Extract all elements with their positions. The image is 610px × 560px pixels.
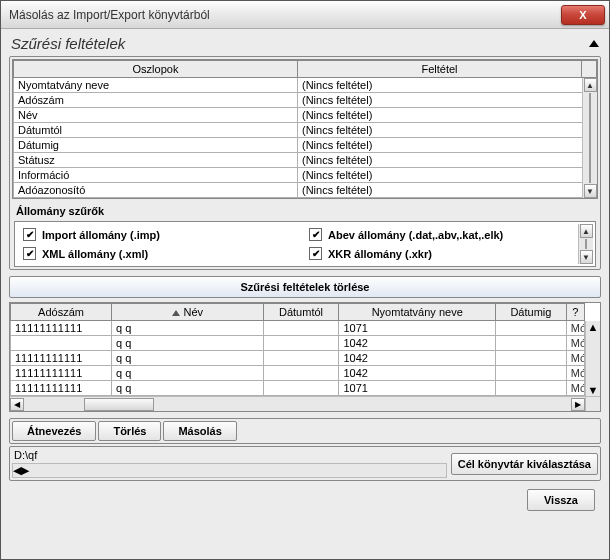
data-scrollbar-v[interactable]: ▲ ▼ [585, 321, 600, 396]
delete-button[interactable]: Törlés [98, 421, 161, 441]
filter-row[interactable]: Adóazonosító(Nincs feltétel) [14, 183, 597, 198]
scroll-left-icon[interactable]: ◀ [10, 398, 24, 411]
table-row[interactable]: 11111111111q q1071Mó [11, 381, 585, 396]
filter-col-cell[interactable]: Adóazonosító [14, 183, 298, 198]
cell-nev[interactable]: q q [112, 336, 264, 351]
filter-col-cell[interactable]: Név [14, 108, 298, 123]
cell-extra[interactable]: Mó [566, 366, 584, 381]
col-nev[interactable]: Név [112, 304, 264, 321]
scroll-down-icon[interactable]: ▼ [580, 250, 593, 264]
filter-cond-cell[interactable]: (Nincs feltétel) [298, 183, 597, 198]
choose-folder-button[interactable]: Cél könyvtár kiválasztása [451, 453, 598, 475]
filter-row[interactable]: Státusz(Nincs feltétel) [14, 153, 597, 168]
cell-extra[interactable]: Mó [566, 336, 584, 351]
table-row[interactable]: 11111111111q q1042Mó [11, 351, 585, 366]
cell-nyomtatvany[interactable]: 1042 [339, 336, 496, 351]
filter-cond-cell[interactable]: (Nincs feltétel) [298, 123, 597, 138]
file-filter-scrollbar[interactable]: ▲ ▼ [578, 224, 593, 264]
filter-col-cell[interactable]: Információ [14, 168, 298, 183]
filter-row[interactable]: Dátumig(Nincs feltétel) [14, 138, 597, 153]
cell-extra[interactable]: Mó [566, 351, 584, 366]
filter-scrollbar[interactable]: ▲ ▼ [582, 78, 597, 198]
filter-cond-cell[interactable]: (Nincs feltétel) [298, 93, 597, 108]
scroll-thumb[interactable] [589, 93, 591, 183]
checkbox-imp[interactable]: ✔ Import állomány (.imp) [23, 228, 301, 241]
filter-col-cell[interactable]: Státusz [14, 153, 298, 168]
filter-col-cell[interactable]: Nyomtatvány neve [14, 78, 298, 93]
check-icon[interactable]: ✔ [309, 228, 322, 241]
scroll-up-icon[interactable]: ▲ [584, 78, 597, 92]
rename-button[interactable]: Átnevezés [12, 421, 96, 441]
table-row[interactable]: 11111111111q q1071Mó [11, 321, 585, 336]
cell-adoszam[interactable]: 11111111111 [11, 321, 112, 336]
cell-nev[interactable]: q q [112, 321, 264, 336]
cell-datumig[interactable] [496, 381, 567, 396]
cell-datumtol[interactable] [263, 321, 339, 336]
cell-adoszam[interactable] [11, 336, 112, 351]
filter-col-cell[interactable]: Dátumig [14, 138, 298, 153]
cell-extra[interactable]: Mó [566, 381, 584, 396]
check-icon[interactable]: ✔ [309, 247, 322, 260]
clear-filters-button[interactable]: Szűrési feltételek törlése [9, 276, 601, 298]
filter-row[interactable]: Név(Nincs feltétel) [14, 108, 597, 123]
checkbox-xml[interactable]: ✔ XML állomány (.xml) [23, 247, 301, 260]
collapse-icon[interactable] [589, 40, 599, 47]
filter-row[interactable]: Adószám(Nincs feltétel) [14, 93, 597, 108]
filter-col-cell[interactable]: Adószám [14, 93, 298, 108]
cell-datumtol[interactable] [263, 336, 339, 351]
scroll-thumb[interactable] [585, 239, 587, 249]
cell-nyomtatvany[interactable]: 1042 [339, 351, 496, 366]
cell-adoszam[interactable]: 11111111111 [11, 351, 112, 366]
col-datumtol[interactable]: Dátumtól [263, 304, 339, 321]
cell-datumtol[interactable] [263, 381, 339, 396]
filter-row[interactable]: Nyomtatvány neve(Nincs feltétel) [14, 78, 597, 93]
copy-button[interactable]: Másolás [163, 421, 236, 441]
filter-cond-cell[interactable]: (Nincs feltétel) [298, 108, 597, 123]
col-datumig[interactable]: Dátumig [496, 304, 567, 321]
cell-datumtol[interactable] [263, 366, 339, 381]
filter-header-condition[interactable]: Feltétel [298, 61, 582, 78]
scroll-down-icon[interactable]: ▼ [588, 384, 599, 396]
cell-datumig[interactable] [496, 366, 567, 381]
cell-nyomtatvany[interactable]: 1071 [339, 321, 496, 336]
cell-nyomtatvany[interactable]: 1071 [339, 381, 496, 396]
col-nyomtatvany[interactable]: Nyomtatvány neve [339, 304, 496, 321]
filter-row[interactable]: Információ(Nincs feltétel) [14, 168, 597, 183]
scroll-right-icon[interactable]: ▶ [571, 398, 585, 411]
check-icon[interactable]: ✔ [23, 247, 36, 260]
back-button[interactable]: Vissza [527, 489, 595, 511]
filter-cond-cell[interactable]: (Nincs feltétel) [298, 78, 597, 93]
checkbox-xkr[interactable]: ✔ XKR állomány (.xkr) [309, 247, 587, 260]
cell-datumig[interactable] [496, 321, 567, 336]
col-help[interactable]: ? [566, 304, 584, 321]
data-scrollbar-h[interactable]: ◀ ▶ [10, 396, 585, 411]
table-row[interactable]: q q1042Mó [11, 336, 585, 351]
cell-extra[interactable]: Mó [566, 321, 584, 336]
cell-adoszam[interactable]: 11111111111 [11, 366, 112, 381]
cell-datumig[interactable] [496, 336, 567, 351]
cell-datumig[interactable] [496, 351, 567, 366]
filter-cond-cell[interactable]: (Nincs feltétel) [298, 153, 597, 168]
cell-adoszam[interactable]: 11111111111 [11, 381, 112, 396]
scroll-up-icon[interactable]: ▲ [588, 321, 599, 333]
checkbox-abev[interactable]: ✔ Abev állomány (.dat,.abv,.kat,.elk) [309, 228, 587, 241]
scroll-left-icon[interactable]: ◀ [13, 464, 21, 477]
cell-nyomtatvany[interactable]: 1042 [339, 366, 496, 381]
path-scrollbar[interactable]: ◀ ▶ [12, 463, 447, 478]
scroll-right-icon[interactable]: ▶ [21, 464, 29, 477]
scroll-down-icon[interactable]: ▼ [584, 184, 597, 198]
close-button[interactable]: X [561, 5, 605, 25]
scroll-thumb-h[interactable] [84, 398, 154, 411]
filter-row[interactable]: Dátumtól(Nincs feltétel) [14, 123, 597, 138]
filter-col-cell[interactable]: Dátumtól [14, 123, 298, 138]
table-row[interactable]: 11111111111q q1042Mó [11, 366, 585, 381]
filter-header-columns[interactable]: Oszlopok [14, 61, 298, 78]
cell-nev[interactable]: q q [112, 351, 264, 366]
scroll-up-icon[interactable]: ▲ [580, 224, 593, 238]
col-adoszam[interactable]: Adószám [11, 304, 112, 321]
cell-datumtol[interactable] [263, 351, 339, 366]
cell-nev[interactable]: q q [112, 366, 264, 381]
filter-cond-cell[interactable]: (Nincs feltétel) [298, 138, 597, 153]
filter-cond-cell[interactable]: (Nincs feltétel) [298, 168, 597, 183]
check-icon[interactable]: ✔ [23, 228, 36, 241]
